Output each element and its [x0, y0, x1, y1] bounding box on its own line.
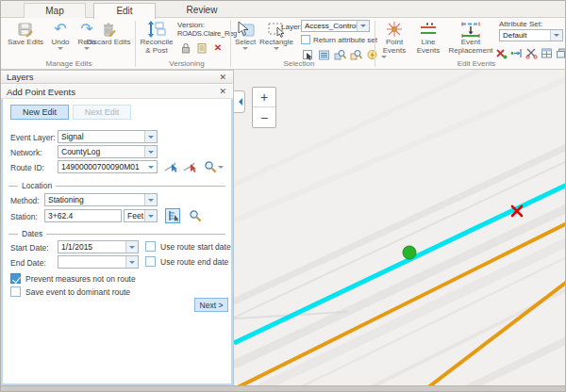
discard-edits-button[interactable]: Discard Edits	[84, 20, 133, 46]
separator-line	[56, 186, 225, 187]
method-combo[interactable]: Stationing	[44, 193, 158, 206]
lightning-icon[interactable]	[365, 49, 378, 61]
version-value: ROADS.Claire_Reg	[177, 29, 237, 38]
use-route-start-date-checkbox[interactable]: Use route start date	[145, 241, 231, 252]
zoom-to-station-button[interactable]	[188, 208, 203, 223]
version-info: Version: ROADS.Claire_Reg	[177, 21, 237, 38]
route-id-combo[interactable]: 14900000700090M01	[58, 160, 158, 173]
attribute-set-label: Attribute Set:	[499, 20, 542, 28]
next-edit-button[interactable]: Next Edit	[73, 105, 131, 120]
pick-station-from-map-button[interactable]	[165, 208, 180, 223]
layers-close-icon[interactable]: ✕	[212, 73, 233, 82]
next-button[interactable]: Next >	[194, 298, 228, 312]
lock-icon[interactable]	[179, 41, 192, 54]
station-label: Station:	[10, 212, 38, 221]
network-combo[interactable]: CountyLog	[58, 145, 158, 158]
return-attribute-set-label: Return attribute set	[313, 36, 377, 44]
use-route-end-date-checkbox[interactable]: Use route end date	[145, 256, 228, 267]
start-date-combo[interactable]: 1/1/2015	[58, 240, 139, 253]
checkbox-box[interactable]	[301, 35, 310, 44]
new-edit-button[interactable]: New Edit	[10, 105, 69, 120]
dates-section-title: Dates	[22, 229, 42, 238]
line-events-button[interactable]: Line Events	[413, 20, 443, 55]
zoom-to-route-dropdown-arrow[interactable]	[218, 166, 224, 172]
line-events-icon	[419, 20, 438, 38]
event-replacement-button[interactable]: Event Replacement	[444, 20, 497, 55]
point-event-marker	[403, 246, 416, 259]
checkbox-box[interactable]	[145, 256, 156, 267]
manage-edits-group-label: Manage Edits	[27, 59, 110, 68]
event-layer-combo[interactable]: Signal	[58, 130, 158, 143]
station-input[interactable]: 3+62.4	[44, 209, 122, 222]
point-events-button[interactable]: Point Events	[377, 20, 411, 55]
checkbox-box-checked[interactable]	[10, 273, 21, 284]
undo-button[interactable]: ↶ Undo	[48, 20, 73, 53]
zoom-to-route-button[interactable]	[203, 159, 218, 174]
redo-dropdown-arrow[interactable]	[84, 47, 90, 53]
rectangle-dropdown-arrow[interactable]	[274, 47, 279, 53]
separator-line	[46, 234, 225, 235]
pick-route-alt-button[interactable]	[182, 159, 197, 174]
selection-layer-dropdown[interactable]	[357, 21, 369, 31]
end-date-combo[interactable]	[58, 255, 139, 269]
save-icon	[17, 20, 34, 38]
separator-line	[8, 234, 18, 235]
select-dropdown-arrow[interactable]	[242, 47, 248, 53]
map-view[interactable]: + −	[233, 70, 565, 385]
route-id-dropdown[interactable]	[144, 161, 157, 172]
zoom-out-button[interactable]: −	[253, 107, 275, 127]
attribute-set-combo[interactable]: Default	[499, 29, 563, 41]
application-window: Map Edit Review Save Edits ↶ Undo ↷ Redo…	[0, 0, 566, 392]
select-button[interactable]: Select	[231, 20, 259, 53]
tab-edit[interactable]: Edit	[93, 3, 156, 19]
prevent-measures-checkbox[interactable]: Prevent measures not on route	[10, 273, 136, 284]
checkbox-box[interactable]	[10, 286, 21, 297]
collapse-panel-button[interactable]	[234, 90, 245, 113]
zoom-in-button[interactable]: +	[253, 88, 275, 107]
map-canvas[interactable]	[234, 70, 565, 385]
start-date-label: Start Date:	[10, 243, 49, 253]
use-route-end-date-label: Use route end date	[160, 257, 228, 267]
tab-map[interactable]: Map	[24, 3, 86, 18]
method-dropdown[interactable]	[144, 194, 157, 205]
undo-dropdown-arrow[interactable]	[58, 47, 63, 53]
trash-icon	[101, 20, 116, 38]
magnifier-database-alt-icon[interactable]	[349, 49, 362, 61]
checkbox-box[interactable]	[145, 241, 156, 252]
undo-icon: ↶	[54, 20, 66, 38]
add-point-events-close-icon[interactable]: ✕	[212, 87, 233, 96]
dates-section-separator: Dates	[8, 229, 225, 238]
scissors-icon[interactable]	[524, 47, 538, 59]
use-route-start-date-label: Use route start date	[160, 242, 231, 252]
add-point-events-header: Add Point Events ✕	[1, 85, 233, 99]
pick-route-from-map-button[interactable]	[163, 159, 178, 174]
attribute-set-dropdown[interactable]	[550, 30, 562, 41]
station-unit-combo[interactable]: Feet	[124, 209, 158, 222]
station-unit-dropdown[interactable]	[144, 210, 157, 221]
magnifier-orange-icon	[189, 209, 202, 222]
delete-version-icon[interactable]: ✕	[211, 41, 225, 54]
offset-arrows-icon[interactable]	[509, 47, 523, 59]
start-date-dropdown[interactable]	[125, 241, 138, 253]
reconcile-post-button[interactable]: Reconcile & Post	[138, 20, 175, 55]
delete-event-icon[interactable]	[494, 47, 508, 59]
map-zoom-control: + −	[252, 87, 276, 128]
event-layer-dropdown[interactable]	[144, 131, 157, 142]
return-attribute-set-checkbox[interactable]: Return attribute set	[301, 35, 377, 44]
location-section-title: Location	[22, 181, 52, 190]
line-events-label: Line Events	[413, 38, 443, 55]
save-to-dominant-route-label: Save event to dominant route	[25, 287, 130, 297]
network-dropdown[interactable]	[144, 146, 157, 157]
layers-pane-title: Layers	[1, 72, 212, 82]
table-icon[interactable]	[540, 47, 553, 59]
version-label: Version:	[177, 21, 237, 29]
save-edits-button[interactable]: Save Edits	[5, 20, 46, 46]
selection-tools-dropdown-arrow[interactable]	[381, 56, 387, 61]
save-to-dominant-route-checkbox[interactable]: Save event to dominant route	[10, 286, 130, 297]
selection-layer-combo[interactable]: Access_Control	[301, 20, 370, 32]
ribbon-separator	[135, 21, 136, 67]
version-changes-icon[interactable]	[195, 41, 208, 54]
tab-review[interactable]: Review	[173, 3, 231, 18]
end-date-dropdown[interactable]	[125, 256, 138, 268]
cascade-windows-icon[interactable]	[555, 47, 566, 59]
